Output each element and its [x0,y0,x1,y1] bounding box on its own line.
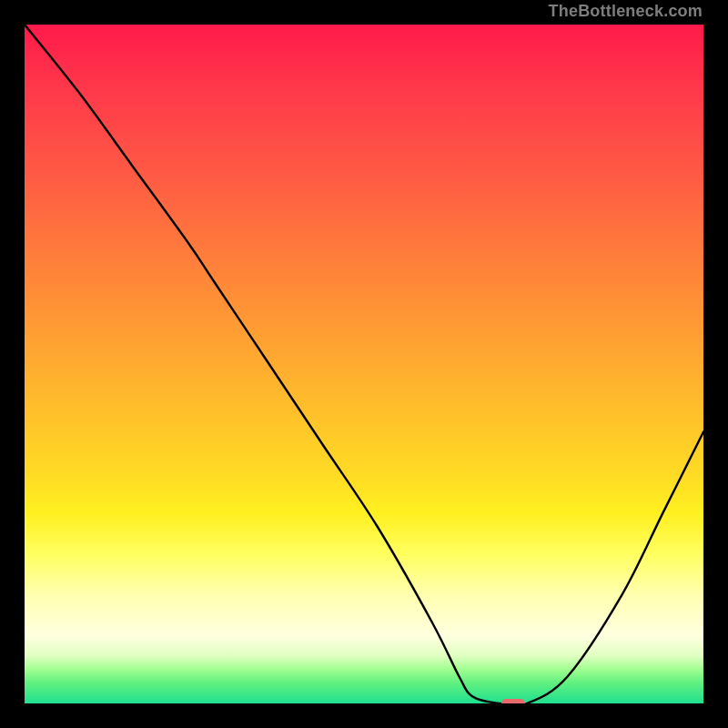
bottleneck-curve [25,25,703,703]
chart-container: TheBottleneck.com [0,0,728,728]
current-point-marker [501,699,525,703]
watermark-text: TheBottleneck.com [549,2,703,21]
plot-area [25,25,703,703]
